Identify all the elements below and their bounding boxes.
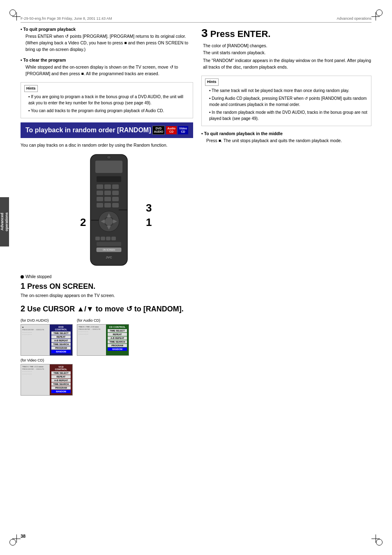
- left-column: To quit program playback Press ENTER whe…: [21, 27, 193, 398]
- step3-body: The color of [RANDOM] changes. The unit …: [203, 42, 371, 71]
- hints-item-0: If you are going to program a track in t…: [24, 94, 189, 106]
- step2-section: 2 Use CURSOR ▲/▼ to move ↺ to [RANDOM].: [21, 304, 193, 313]
- file-info: F-29-50-eng.fm Page 38 Friday, June 8, 2…: [21, 16, 112, 21]
- remote-svg: ON SCREEN JVC: [74, 152, 140, 267]
- hints-label-left: Hints: [24, 85, 38, 92]
- step2-heading: 2 Use CURSOR ▲/▼ to move ↺ to [RANDOM].: [21, 304, 193, 313]
- svg-point-22: [105, 217, 113, 226]
- svg-rect-26: [111, 237, 116, 240]
- svg-rect-9: [112, 191, 119, 195]
- section-badges: DVDAUDIO AudioCD VideoCD: [152, 126, 188, 134]
- step-label-1: 1: [146, 216, 152, 229]
- vcd-panel: TRACK 1 TIME ♪3:11 ●●●●● PRESS ENTER → E…: [21, 364, 73, 396]
- quit-program-title: To quit program playback: [21, 27, 193, 32]
- svg-rect-7: [97, 191, 103, 195]
- quit-random-title: To quit random playback in the middle: [201, 131, 371, 136]
- panels-row1: (for DVD AUDIO) ■ PRESS ENTER → EXECUTE …: [21, 318, 193, 356]
- step1-body: The on-screen display appears on the TV …: [21, 292, 193, 299]
- svg-rect-10: [97, 197, 103, 201]
- quit-random-section: To quit random playback in the middle Pr…: [201, 131, 371, 144]
- step3-section: 3 Press ENTER. The color of [RANDOM] cha…: [201, 27, 371, 71]
- dvd-panel: ■ PRESS ENTER → EXECUTE - - - - - - - - …: [21, 324, 73, 356]
- clear-program-body: While stopped and the on-screen display …: [25, 64, 193, 77]
- hints-box-left: Hints If you are going to program a trac…: [21, 82, 193, 119]
- svg-rect-15: [112, 203, 119, 207]
- svg-rect-25: [106, 237, 111, 240]
- svg-rect-24: [101, 237, 105, 240]
- step-label-2: 2: [80, 216, 86, 229]
- step-label-3: 3: [146, 202, 152, 214]
- svg-rect-6: [112, 184, 119, 189]
- svg-rect-14: [104, 203, 111, 207]
- hints-box-right: Hints The same track will not be played …: [201, 76, 371, 126]
- right-hints-item-1: During Audio CD playback, pressing ENTER…: [205, 95, 368, 108]
- random-section-header: To playback in random order [RANDOM] DVD…: [21, 122, 193, 138]
- clear-program-section: To clear the program While stopped and t…: [21, 58, 193, 77]
- right-hints-item-0: The same track will not be played back m…: [205, 88, 368, 94]
- quit-random-body: Press ■. The unit stops playback and qui…: [206, 138, 371, 144]
- svg-rect-5: [104, 184, 111, 189]
- quit-program-body: Press ENTER when ↺ points [PROGRAM]. [PR…: [25, 33, 193, 53]
- main-content: To quit program playback Press ENTER whe…: [21, 27, 371, 398]
- dvd-panel-wrapper: (for DVD AUDIO) ■ PRESS ENTER → EXECUTE …: [21, 318, 73, 356]
- badge-dvd: DVDAUDIO: [152, 126, 165, 134]
- svg-rect-11: [104, 197, 111, 201]
- cd-panel-display: TRACK 1 TIME ♪2:33 ●●●● PRESS ENTER → EX…: [77, 325, 106, 355]
- vcd-panel-display: TRACK 1 TIME ♪3:11 ●●●●● PRESS ENTER → E…: [21, 364, 50, 395]
- page-number: 38: [21, 534, 25, 539]
- panels-row2: (for Video CD) TRACK 1 TIME ♪3:11 ●●●●● …: [21, 358, 193, 396]
- hints-label-right: Hints: [205, 78, 219, 86]
- svg-text:ON SCREEN: ON SCREEN: [103, 249, 115, 251]
- cd-panel-wrapper: (for Audio CD) TRACK 1 TIME ♪2:33 ●●●● P…: [77, 318, 129, 356]
- page-header: F-29-50-eng.fm Page 38 Friday, June 8, 2…: [21, 16, 371, 23]
- svg-rect-3: [97, 176, 121, 182]
- svg-point-2: [107, 156, 111, 159]
- step3-heading: 3 Press ENTER.: [201, 27, 371, 40]
- dvd-panel-label: (for DVD AUDIO): [21, 318, 73, 322]
- vcd-panel-menu: VCD CONTROL TIME SELECT REPEAT A-B REPEA…: [50, 364, 72, 395]
- svg-rect-4: [97, 184, 103, 189]
- right-column: 3 Press ENTER. The color of [RANDOM] cha…: [201, 27, 371, 398]
- random-desc: You can play tracks on a disc in random …: [21, 142, 193, 149]
- clear-program-title: To clear the program: [21, 58, 193, 62]
- bullet-dot: [21, 275, 24, 279]
- cd-panel-label: (for Audio CD): [77, 318, 129, 322]
- step1-section: 1 Press ON SCREEN. The on-screen display…: [21, 281, 193, 299]
- hints-item-1: You can add tracks to the program during…: [24, 108, 189, 114]
- svg-rect-12: [112, 197, 119, 201]
- while-stopped-text: While stopped: [25, 274, 51, 279]
- dvd-panel-display: ■ PRESS ENTER → EXECUTE - - - - - - - - …: [21, 325, 50, 355]
- svg-rect-27: [97, 242, 121, 246]
- svg-rect-23: [95, 237, 100, 240]
- while-stopped: While stopped: [21, 274, 193, 279]
- svg-rect-8: [104, 191, 111, 195]
- badge-video: VideoCD: [178, 126, 188, 134]
- right-hints-item-2: In the random playback mode with the DVD…: [205, 109, 368, 122]
- dvd-panel-menu: DVD CONTROL TIME SELECT REPEAT A-B REPEA…: [50, 325, 72, 355]
- svg-text:JVC: JVC: [106, 256, 112, 259]
- cd-panel-menu: CD CONTROL TIME SELECT REPEAT A-B REPEAT…: [106, 325, 129, 355]
- remote-illustration-area: 2 3 1: [21, 152, 193, 268]
- step1-heading: 1 Press ON SCREEN.: [21, 281, 193, 291]
- badge-audio: AudioCD: [166, 126, 177, 134]
- vcd-panel-wrapper: (for Video CD) TRACK 1 TIME ♪3:11 ●●●●● …: [21, 358, 73, 396]
- quit-program-section: To quit program playback Press ENTER whe…: [21, 27, 193, 53]
- vcd-panel-label: (for Video CD): [21, 358, 73, 362]
- svg-rect-13: [97, 203, 103, 207]
- section-label: Advanced operations: [337, 16, 371, 21]
- cd-panel: TRACK 1 TIME ♪2:33 ●●●● PRESS ENTER → EX…: [77, 324, 129, 356]
- svg-rect-1: [95, 161, 122, 173]
- random-section-title: To playback in random order [RANDOM]: [25, 126, 151, 134]
